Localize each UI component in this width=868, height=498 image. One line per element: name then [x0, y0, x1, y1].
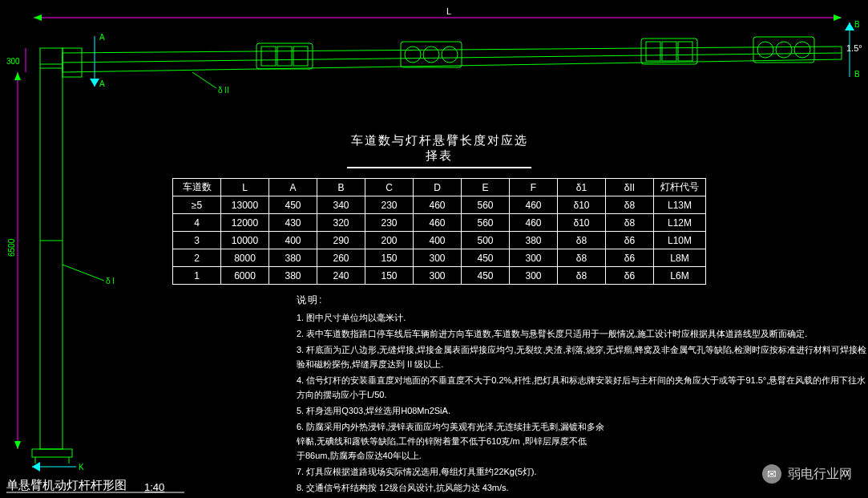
- table-cell: 290: [317, 232, 365, 249]
- notes-title: 说明:: [297, 293, 868, 307]
- section-B-bot: B: [854, 70, 860, 79]
- table-cell: 13000: [221, 196, 269, 214]
- table-row: 28000380260150300450300δ8δ6L8M: [173, 249, 706, 267]
- table-cell: 560: [462, 196, 510, 214]
- table-cell: 150: [365, 267, 414, 285]
- svg-rect-22: [646, 42, 660, 61]
- signal-head-3: [641, 38, 697, 64]
- table-cell: 450: [269, 196, 317, 214]
- dim-300: 300: [6, 57, 20, 66]
- table-cell: δ8: [558, 267, 606, 285]
- table-header: δII: [606, 179, 654, 196]
- table-title: 车道数与灯杆悬臂长度对应选择表: [347, 133, 531, 168]
- watermark-text: 弱电行业网: [788, 466, 852, 483]
- table-cell: L10M: [654, 232, 706, 249]
- svg-line-34: [63, 265, 104, 281]
- section-A-top: A: [99, 33, 105, 42]
- table-cell: 12000: [221, 214, 269, 232]
- arm-angle: 1.5°: [846, 43, 862, 53]
- table-cell: 460: [510, 196, 558, 214]
- svg-marker-38: [14, 441, 21, 449]
- table-cell: 1: [173, 267, 221, 285]
- svg-rect-25: [753, 37, 814, 63]
- svg-rect-14: [261, 47, 276, 66]
- table-cell: 380: [269, 249, 317, 267]
- table-cell: 300: [510, 249, 558, 267]
- svg-marker-30: [90, 79, 99, 87]
- table-cell: δ6: [606, 232, 654, 249]
- svg-marker-2: [834, 14, 842, 21]
- svg-rect-7: [32, 449, 72, 457]
- table-row: ≥513000450340230460560460δ10δ8L13M: [173, 196, 706, 214]
- table-header: F: [510, 179, 558, 196]
- table-cell: 450: [462, 267, 510, 285]
- table-cell: 340: [317, 196, 365, 214]
- dim-6500: 6500: [7, 238, 16, 257]
- svg-point-18: [405, 47, 421, 63]
- table-cell: δ6: [606, 267, 654, 285]
- svg-rect-24: [678, 42, 692, 61]
- table-cell: δ10: [558, 214, 606, 232]
- note-item: 4. 信号灯杆的安装垂直度对地面的不垂直度不大于0.2%,杆性,把灯具和标志牌安…: [297, 373, 868, 402]
- svg-marker-40: [32, 462, 40, 472]
- delta2-label: δ II: [218, 86, 229, 95]
- selection-table: 车道数与灯杆悬臂长度对应选择表 车道数LABCDEFδ1δII灯杆代号 ≥513…: [172, 133, 706, 285]
- table-header: 车道数: [173, 179, 221, 196]
- table-cell: L12M: [654, 214, 706, 232]
- drawing-title: 单悬臂机动灯杆杆形图: [6, 478, 127, 493]
- signal-head-1: [256, 43, 313, 69]
- svg-rect-23: [662, 42, 676, 61]
- table-cell: 380: [269, 267, 317, 285]
- table-cell: 450: [462, 249, 510, 267]
- table-cell: 230: [365, 196, 414, 214]
- table-cell: L8M: [654, 249, 706, 267]
- svg-rect-3: [40, 48, 63, 449]
- table-cell: δ6: [606, 249, 654, 267]
- table-cell: 460: [414, 214, 462, 232]
- section-K: K: [79, 463, 84, 472]
- table-cell: 300: [414, 249, 462, 267]
- table-row: 310000400290200400500380δ8δ6L10M: [173, 232, 706, 249]
- table-cell: 2: [173, 249, 221, 267]
- table-header: L: [221, 179, 269, 196]
- table-cell: 3: [173, 232, 221, 249]
- table-header: D: [414, 179, 462, 196]
- svg-rect-16: [293, 47, 308, 66]
- svg-point-28: [794, 42, 810, 58]
- table-cell: 380: [510, 232, 558, 249]
- table-row: 16000380240150300450300δ8δ6L6M: [173, 267, 706, 285]
- table-header: 灯杆代号: [654, 179, 706, 196]
- watermark: ✉ 弱电行业网: [762, 464, 852, 484]
- table-header: δ1: [558, 179, 606, 196]
- svg-point-19: [423, 47, 439, 63]
- table-cell: 6000: [221, 267, 269, 285]
- drawing-scale: 1:40: [144, 481, 164, 493]
- table-cell: δ8: [558, 249, 606, 267]
- table-cell: 300: [510, 267, 558, 285]
- table-cell: 4: [173, 214, 221, 232]
- note-item: 1. 图中尺寸单位均以毫米计.: [297, 310, 868, 325]
- dim-L: L: [446, 6, 451, 16]
- table-cell: 500: [462, 232, 510, 249]
- svg-marker-1: [34, 14, 42, 21]
- svg-point-27: [776, 42, 792, 58]
- section-B-top: B: [854, 20, 860, 29]
- table-row: 412000430320230460560460δ10δ8L12M: [173, 214, 706, 232]
- table-cell: 460: [414, 196, 462, 214]
- table-header: C: [365, 179, 414, 196]
- table-header: A: [269, 179, 317, 196]
- svg-rect-15: [277, 47, 292, 66]
- svg-rect-17: [401, 42, 462, 67]
- table-cell: δ8: [606, 196, 654, 214]
- table-cell: 8000: [221, 249, 269, 267]
- svg-marker-37: [14, 72, 21, 80]
- table-header: B: [317, 179, 365, 196]
- delta1-label: δ I: [106, 277, 115, 285]
- table-cell: 460: [510, 214, 558, 232]
- svg-rect-21: [641, 38, 697, 64]
- table-cell: 240: [317, 267, 365, 285]
- table-cell: 400: [269, 232, 317, 249]
- wechat-icon: ✉: [762, 464, 781, 484]
- svg-marker-10: [63, 47, 842, 72]
- table-cell: 10000: [221, 232, 269, 249]
